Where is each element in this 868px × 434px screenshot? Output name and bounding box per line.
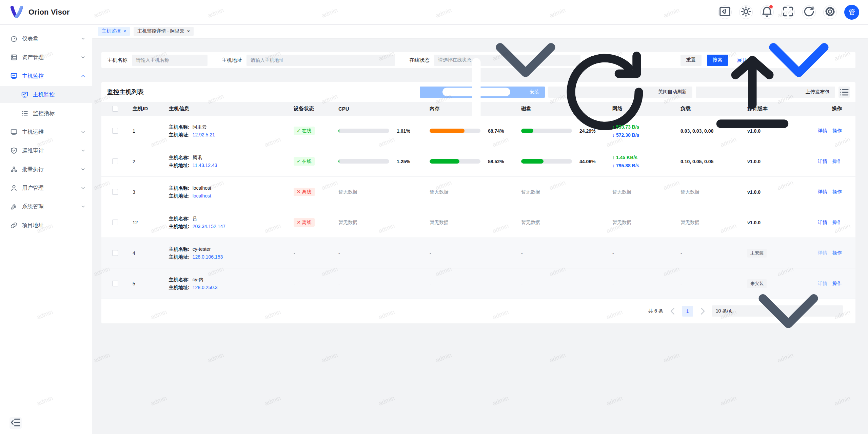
memory-cell: 68.74% (426, 128, 517, 134)
select-all-checkbox[interactable] (112, 106, 118, 112)
host-name-label: 主机名称: (169, 185, 190, 191)
host-address-label: 主机地址: (169, 254, 190, 260)
page-content: 主机名称 主机地址 在线状态 请选择在线状态 (92, 38, 868, 434)
tab-close-icon[interactable]: × (123, 29, 126, 34)
next-page-button[interactable] (697, 306, 708, 316)
notifications-button[interactable] (760, 5, 774, 19)
host-name-value: localhost (193, 185, 211, 191)
action-link[interactable]: 操作 (832, 128, 842, 134)
percent-value: 44.06% (579, 159, 595, 164)
page-size-select[interactable]: 10 条/页 (712, 305, 843, 317)
sidebar-item-batch-exec[interactable]: 批量执行 (0, 161, 92, 178)
refresh-icon (803, 5, 815, 19)
dash-text: - (294, 281, 295, 286)
disk-cell: 暂无数据 (517, 189, 608, 195)
host-address-label: 主机地址: (169, 224, 190, 229)
device-status-cell: ✓ 在线 (290, 127, 334, 135)
host-table-card: 监控主机列表 安装 关闭自动刷新 (101, 82, 855, 323)
host-address-link[interactable]: 128.0.106.153 (193, 254, 223, 260)
upload-package-button[interactable]: 上传发布包 (696, 87, 835, 98)
host-id-cell: 5 (129, 281, 165, 286)
action-link[interactable]: 操作 (832, 158, 842, 165)
no-data-text: 暂无数据 (521, 220, 540, 225)
network-cell: 暂无数据 (608, 189, 676, 195)
detail-link[interactable]: 详情 (818, 220, 827, 226)
action-link[interactable]: 操作 (832, 250, 842, 256)
tab-close-icon[interactable]: × (187, 29, 190, 34)
settings-button[interactable] (823, 5, 837, 19)
row-checkbox-cell (101, 128, 129, 134)
audit-icon (10, 147, 18, 154)
host-address-link[interactable]: 128.0.250.3 (193, 285, 218, 290)
host-name-input[interactable] (132, 55, 208, 66)
percent-value: 24.29% (579, 128, 595, 134)
progress-fill (338, 159, 339, 164)
prev-page-button[interactable] (668, 306, 678, 316)
row-checkbox[interactable] (112, 281, 118, 286)
detail-link[interactable]: 详情 (818, 158, 827, 165)
cpu-cell: 1.25% (334, 159, 426, 164)
network-cell: ↑ 1.45 KB/s↓ 795.88 B/s (608, 153, 676, 170)
reset-button[interactable]: 重置 (680, 55, 702, 66)
progress-fill (521, 129, 533, 133)
row-checkbox[interactable] (112, 158, 118, 164)
sidebar-menu: 仪表盘资产管理主机监控主机监控监控指标主机运维运维审计批量执行用户管理系统管理项… (0, 30, 92, 234)
host-address-link[interactable]: 203.34.152.147 (193, 224, 225, 229)
api-code-button[interactable] (718, 5, 732, 19)
progress-fill (430, 129, 465, 133)
sidebar-item-host-monitor-sub[interactable]: 主机监控 (0, 86, 92, 103)
host-address-input[interactable] (246, 55, 395, 66)
sidebar-item-host-monitor[interactable]: 主机监控 (0, 68, 92, 84)
progress-bar (338, 159, 389, 164)
dash-text: - (338, 250, 340, 256)
fullscreen-button[interactable] (781, 5, 795, 19)
refresh-button[interactable] (802, 5, 816, 19)
sidebar-item-project-url[interactable]: 项目地址 (0, 217, 92, 234)
page-number-1[interactable]: 1 (682, 306, 693, 317)
user-icon (10, 184, 18, 192)
host-address-label: 主机地址: (169, 193, 190, 199)
no-data-text: 暂无数据 (680, 189, 699, 194)
metric: 1.01% (338, 128, 426, 134)
sidebar-item-system-mgmt[interactable]: 系统管理 (0, 198, 92, 215)
action-link[interactable]: 操作 (832, 220, 842, 226)
theme-toggle-button[interactable] (739, 5, 753, 19)
column-settings-button[interactable] (839, 87, 850, 98)
host-address-link[interactable]: localhost (193, 193, 211, 199)
detail-link[interactable]: 详情 (818, 128, 827, 134)
collapse-sidebar-button[interactable] (9, 417, 22, 429)
sidebar-item-host-ops[interactable]: 主机运维 (0, 124, 92, 140)
no-data-text: 暂无数据 (430, 189, 449, 194)
dash-text: - (521, 281, 523, 286)
pagination-total: 共 6 条 (648, 308, 663, 314)
host-name-label: 主机名称: (169, 124, 190, 130)
sidebar-item-ops-audit[interactable]: 运维审计 (0, 142, 92, 159)
column-header-7: 负载 (676, 106, 743, 112)
host-address-link[interactable]: 12.92.5.21 (193, 132, 215, 137)
tab-1[interactable]: 主机监控详情 - 阿里云× (134, 27, 194, 36)
host-address-link[interactable]: 11.43.12.43 (193, 163, 217, 168)
tab-bar: 主机监控×主机监控详情 - 阿里云× (92, 25, 868, 38)
auto-refresh-button[interactable]: 关闭自动刷新 (548, 87, 692, 98)
host-name-value: cy-内 (193, 277, 204, 282)
row-checkbox[interactable] (112, 220, 118, 225)
sidebar-item-assets[interactable]: 资产管理 (0, 49, 92, 66)
action-link[interactable]: 操作 (832, 189, 842, 195)
row-checkbox[interactable] (112, 128, 118, 134)
sidebar-item-user-mgmt[interactable]: 用户管理 (0, 180, 92, 196)
disk-cell: 44.06% (517, 159, 608, 164)
row-checkbox[interactable] (112, 250, 118, 256)
detail-link[interactable]: 详情 (818, 189, 827, 195)
agent-version-cell: v1.0.0 (743, 159, 816, 164)
user-avatar[interactable]: 管 (844, 5, 859, 20)
upload-icon (702, 41, 803, 143)
sidebar-item-monitor-metrics[interactable]: 监控指标 (0, 105, 92, 122)
install-button[interactable]: 安装 (420, 87, 545, 98)
column-header-2: 设备状态 (290, 106, 334, 112)
row-checkbox[interactable] (112, 189, 118, 195)
host-address-label: 主机地址: (169, 163, 190, 168)
sidebar-item-dashboard[interactable]: 仪表盘 (0, 30, 92, 47)
tab-0[interactable]: 主机监控× (98, 27, 130, 36)
agent-version-cell: v1.0.0 (743, 189, 816, 195)
detail-link: 详情 (818, 250, 827, 256)
